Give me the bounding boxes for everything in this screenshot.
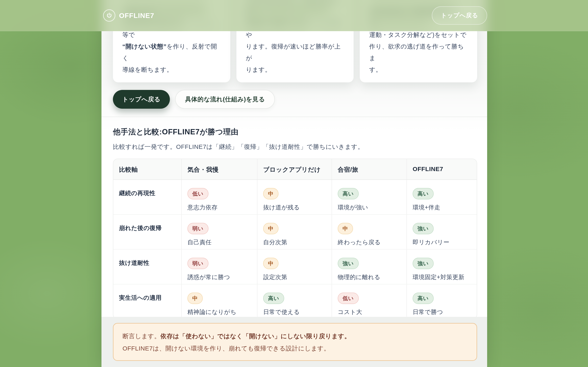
row-label-cell: 抜け道耐性: [113, 250, 181, 284]
comparison-cell: 強い物理的に離れる: [332, 250, 406, 284]
comparison-cell: 高い環境が強い: [332, 180, 406, 214]
cta-row: トップへ戻る 具体的な流れ(仕組み)を見る: [113, 90, 275, 109]
cell-description: 自己責任: [187, 238, 251, 247]
brand-name: OFFLINE7: [119, 12, 154, 20]
cell-description: 自分次第: [263, 238, 326, 247]
section-subtitle: 比較すれば一発です。OFFLINE7は「継続」「復帰」「抜け道耐性」で勝ちにいき…: [113, 143, 364, 151]
comparison-cell: 弱い自己責任: [181, 215, 257, 249]
rating-badge: 低い: [187, 188, 208, 200]
cell-description: コスト大: [338, 308, 401, 316]
comparison-cell: 強い環境固定+対策更新: [406, 250, 477, 284]
rating-badge: 中: [338, 223, 353, 234]
cell-description: 即リカバリー: [413, 238, 471, 247]
rating-badge: 高い: [263, 292, 284, 304]
table-header-cell: OFFLINE7: [406, 159, 477, 179]
comparison-cell: 高い日常で勝つ: [406, 284, 477, 319]
rating-badge: 高い: [413, 188, 434, 200]
comparison-cell: 弱い誘惑が常に勝つ: [181, 250, 257, 284]
row-label-cell: 継続の再現性: [113, 180, 181, 214]
callout-line: OFFLINE7は、開けない環境を作り、崩れても復帰できる設計にします。: [122, 342, 467, 355]
rating-badge: 強い: [413, 223, 434, 234]
comparison-cell: 中設定次第: [257, 250, 332, 284]
callout-line: 断言します。依存は「使わない」ではなく「開けない」にしない限り戻ります。: [122, 330, 467, 342]
cell-description: 環境固定+対策更新: [413, 273, 471, 281]
glass-header: OFFLINE7 トップへ戻る: [0, 0, 588, 31]
cell-description: 日常で勝つ: [413, 308, 471, 316]
table-row: 継続の再現性低い意志力依存中抜け道が残る高い環境が強い高い環境+伴走: [113, 180, 477, 214]
comparison-cell: 高い環境+伴走: [406, 180, 477, 214]
table-header-row: 比較軸気合・我慢ブロックアプリだけ合宿/旅OFFLINE7: [113, 159, 477, 180]
cell-description: 意志力依存: [187, 203, 251, 212]
cell-description: 設定次第: [263, 273, 326, 281]
row-label-cell: 実生活への適用: [113, 284, 181, 319]
table-header-cell: 比較軸: [113, 159, 181, 179]
power-icon: [103, 9, 115, 22]
back-to-top-button[interactable]: トップへ戻る: [113, 90, 170, 109]
rating-badge: 中: [263, 188, 278, 200]
section-divider: [102, 117, 487, 117]
see-mechanism-button[interactable]: 具体的な流れ(仕組み)を見る: [175, 90, 275, 109]
rating-badge: 強い: [413, 258, 434, 269]
rating-badge: 高い: [413, 292, 434, 304]
cell-description: 終わったら戻る: [338, 238, 401, 247]
cell-description: 環境が強い: [338, 203, 401, 212]
comparison-cell: 強い即リカバリー: [406, 215, 477, 249]
comparison-cell: 低い意志力依存: [181, 180, 257, 214]
bold-text-segment: “開けない状態”: [122, 43, 167, 50]
header-content: OFFLINE7 トップへ戻る: [103, 0, 487, 31]
cell-description: 精神論になりがち: [187, 308, 251, 316]
comparison-cell: 低いコスト大: [332, 284, 406, 319]
cell-description: 抜け道が残る: [263, 203, 326, 212]
rating-badge: 弱い: [187, 258, 208, 269]
assertion-callout: 断言します。依存は「使わない」ではなく「開けない」にしない限り戻ります。 OFF…: [113, 323, 477, 361]
row-label-cell: 崩れた後の復帰: [113, 215, 181, 249]
comparison-cell: 高い日常で使える: [257, 284, 332, 319]
rating-badge: 低い: [338, 292, 359, 304]
rating-badge: 中: [187, 292, 203, 304]
cell-description: 物理的に離れる: [338, 273, 401, 281]
rating-badge: 弱い: [187, 223, 208, 234]
rating-badge: 中: [263, 223, 278, 234]
table-row: 崩れた後の復帰弱い自己責任中自分次第中終わったら戻る強い即リカバリー: [113, 214, 477, 249]
brand-logo[interactable]: OFFLINE7: [103, 9, 154, 22]
text-segment: 断言します。: [122, 333, 160, 340]
cell-description: 日常で使える: [263, 308, 326, 316]
page-background: に落ちます。 OFFLINE7ではスクリーンタイム等で “開けない状態”を作り、…: [0, 0, 588, 367]
cell-description: 誘惑が常に勝つ: [187, 273, 251, 281]
cell-description: 環境+伴走: [413, 203, 471, 212]
footer-band: 断言します。依存は「使わない」ではなく「開けない」にしない限り戻ります。 OFF…: [102, 317, 487, 367]
comparison-cell: 中自分次第: [257, 215, 332, 249]
bold-text-segment: 依存は「使わない」ではなく「開けない」にしない限り戻ります。: [160, 333, 351, 340]
table-row: 実生活への適用中精神論になりがち高い日常で使える低いコスト大高い日常で勝つ: [113, 284, 477, 319]
content-panel: に落ちます。 OFFLINE7ではスクリーンタイム等で “開けない状態”を作り、…: [102, 0, 487, 367]
comparison-cell: 中抜け道が残る: [257, 180, 332, 214]
comparison-cell: 中精神論になりがち: [181, 284, 257, 319]
table-header-cell: 気合・我慢: [181, 159, 257, 179]
rating-badge: 高い: [338, 188, 359, 200]
table-row: 抜け道耐性弱い誘惑が常に勝つ中設定次第強い物理的に離れる強い環境固定+対策更新: [113, 249, 477, 284]
header-back-to-top-button[interactable]: トップへ戻る: [432, 6, 487, 25]
section-title: 他手法と比較:OFFLINE7が勝つ理由: [113, 127, 239, 137]
rating-badge: 中: [263, 258, 278, 269]
rating-badge: 強い: [338, 258, 359, 269]
table-header-cell: 合宿/旅: [332, 159, 406, 179]
table-header-cell: ブロックアプリだけ: [257, 159, 332, 179]
comparison-cell: 中終わったら戻る: [332, 215, 406, 249]
comparison-table: 比較軸気合・我慢ブロックアプリだけ合宿/旅OFFLINE7 継続の再現性低い意志…: [113, 159, 477, 319]
